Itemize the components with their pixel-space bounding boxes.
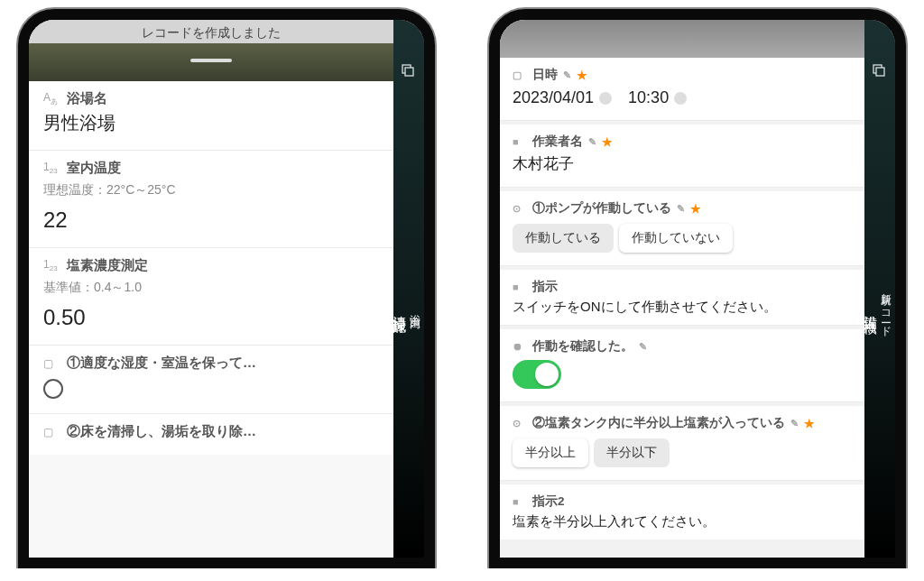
edit-icon: ✎ <box>639 341 647 353</box>
section-q2: ⊙ ②塩素タンク内に半分以上塩素が入っている ✎ ★ 半分以上 半分以下 <box>500 406 864 481</box>
time-value[interactable]: 10:30 <box>628 88 687 107</box>
q1-option2[interactable]: 作動していない <box>619 224 733 253</box>
square-icon: ■ <box>513 496 529 507</box>
chlorine-value[interactable]: 0.50 <box>43 305 379 330</box>
copy-icon <box>872 63 886 78</box>
section-instruction: ■ 指示 スイッチをONにして作動させてください。 <box>500 270 864 326</box>
camera-icon: ▢ <box>43 357 63 370</box>
section-check1: ▢ ①適度な湿度・室温を保って… <box>29 346 393 414</box>
square-icon: ■ <box>513 136 529 147</box>
svg-rect-3 <box>876 68 884 76</box>
check1-label: ①適度な湿度・室温を保って… <box>67 355 256 372</box>
instruction-text: スイッチをONにして作動させてください。 <box>513 299 852 316</box>
svg-rect-1 <box>405 68 413 76</box>
instruction2-text: 塩素を半分以上入れてください。 <box>513 513 852 530</box>
datetime-label: 日時 <box>532 67 558 83</box>
check2-label: ②床を清掃し、湯垢を取り除… <box>67 423 256 440</box>
section-worker: ■ 作業者名 ✎ ★ 木村花子 <box>500 124 864 188</box>
confirm-toggle[interactable] <box>513 360 561 389</box>
worker-label: 作業者名 <box>532 134 583 150</box>
side-sub-label: 浴室内 <box>407 306 422 311</box>
text-icon: Aあ <box>43 91 63 106</box>
section-instruction2: ■ 指示2 塩素を半分以上入れてください。 <box>500 484 864 540</box>
room-temp-value[interactable]: 22 <box>43 208 379 233</box>
bath-name-value: 男性浴場 <box>43 111 379 135</box>
toggle-icon: ⊙ <box>513 418 529 429</box>
edit-icon: ✎ <box>677 203 685 215</box>
section-room-temp: 123 室内温度 理想温度：22°C～25°C 22 <box>29 151 393 248</box>
drag-handle[interactable] <box>29 43 393 81</box>
edit-icon: ✎ <box>563 69 571 81</box>
copy-icon <box>401 63 415 78</box>
section-confirm: ⏺ 作動を確認した。 ✎ <box>500 329 864 402</box>
instruction-label: 指示 <box>532 279 558 295</box>
side-tab-cleaning[interactable]: 浴室内 清掃記録 <box>393 20 424 558</box>
q1-option1[interactable]: 作動している <box>513 224 614 253</box>
edit-icon: ✎ <box>588 136 596 148</box>
q1-label: ①ポンプが作動している <box>532 200 671 217</box>
radio-empty[interactable] <box>43 379 63 399</box>
phone-left: レコードを作成しました Aあ 浴場名 男性浴場 123 室内温度 <box>18 9 435 568</box>
status-gradient <box>500 20 864 58</box>
required-star: ★ <box>602 135 613 149</box>
chlorine-label: 塩素濃度測定 <box>67 257 148 274</box>
confirm-label: 作動を確認した。 <box>532 338 633 355</box>
q2-label: ②塩素タンク内に半分以上塩素が入っている <box>532 415 785 431</box>
side-main-label: 設備点検 <box>861 305 878 312</box>
toggle-icon: ⊙ <box>513 203 529 215</box>
side-sub-label: 新規レコード <box>878 284 893 333</box>
square-icon: ■ <box>513 281 529 292</box>
clear-icon[interactable] <box>674 92 687 105</box>
section-bath-name: Aあ 浴場名 男性浴場 <box>29 81 393 151</box>
chlorine-standard: 基準値：0.4～1.0 <box>43 280 379 296</box>
section-check2: ▢ ②床を清掃し、湯垢を取り除… <box>29 414 393 455</box>
calendar-icon: ▢ <box>513 69 529 81</box>
section-chlorine: 123 塩素濃度測定 基準値：0.4～1.0 0.50 <box>29 248 393 346</box>
worker-value[interactable]: 木村花子 <box>513 153 852 174</box>
bath-name-label: 浴場名 <box>67 90 107 107</box>
side-tab-inspection[interactable]: 新規レコード 設備点検 <box>864 20 895 558</box>
required-star: ★ <box>690 202 701 216</box>
room-temp-ideal: 理想温度：22°C～25°C <box>43 182 379 198</box>
number-icon: 123 <box>43 161 63 175</box>
toast-message: レコードを作成しました <box>29 20 393 43</box>
number-icon: 123 <box>43 258 63 272</box>
side-main-label: 清掃記録 <box>390 305 407 312</box>
q2-option2[interactable]: 半分以下 <box>594 438 670 467</box>
instruction2-label: 指示2 <box>532 493 565 510</box>
camera-icon: ▢ <box>43 426 63 438</box>
switch-icon: ⏺ <box>513 341 529 352</box>
phone-right: ▢ 日時 ✎ ★ 2023/04/01 10:30 ■ 作業者名 ✎ <box>489 9 906 568</box>
clear-icon[interactable] <box>599 92 612 105</box>
required-star: ★ <box>804 417 815 430</box>
date-value[interactable]: 2023/04/01 <box>513 88 612 107</box>
q2-option1[interactable]: 半分以上 <box>513 438 588 467</box>
edit-icon: ✎ <box>790 418 799 429</box>
required-star: ★ <box>577 69 587 82</box>
section-q1: ⊙ ①ポンプが作動している ✎ ★ 作動している 作動していない <box>500 191 864 266</box>
room-temp-label: 室内温度 <box>67 160 121 177</box>
section-datetime: ▢ 日時 ✎ ★ 2023/04/01 10:30 <box>500 58 864 121</box>
